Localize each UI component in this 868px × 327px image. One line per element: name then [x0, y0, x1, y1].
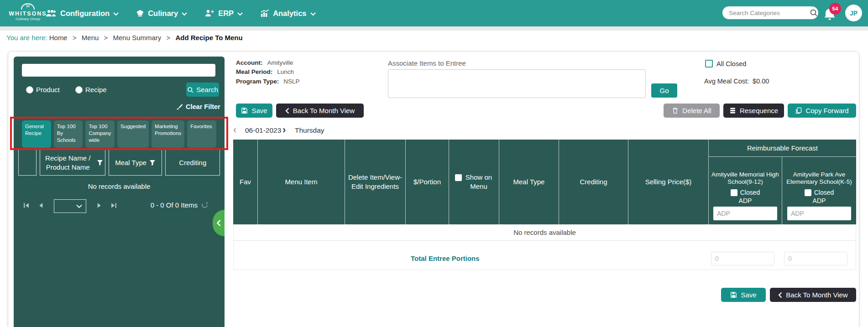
bar-chart-icon — [260, 10, 269, 17]
account-value: Amityville — [267, 59, 293, 66]
column-delete-item: Delete Item/View-Edit Ingredients — [345, 140, 406, 224]
closed-checkbox[interactable] — [805, 189, 811, 196]
save-button[interactable]: Save — [236, 104, 272, 118]
chevron-down-icon — [237, 12, 243, 16]
copy-forward-label: Copy Forward — [805, 107, 848, 114]
breadcrumb-menu-summary[interactable]: Menu Summary — [113, 34, 161, 42]
column-selling-price: Selling Price($) — [628, 140, 709, 224]
show-on-menu-checkbox[interactable] — [455, 174, 462, 181]
main-nav: Configuration Culinary ERP Analytics — [46, 0, 316, 26]
reimbursable-forecast-group: Reimbursable Forecast Amityville Memoria… — [709, 140, 856, 224]
tab-top-100-company-wide[interactable]: Top 100 Company wide — [85, 120, 115, 148]
person-star-icon — [204, 10, 214, 17]
avg-meal-cost-label: Avg Meal Cost: — [704, 78, 749, 85]
chevron-left-icon — [285, 108, 289, 114]
floppy-icon — [730, 291, 737, 298]
next-page-button[interactable] — [96, 202, 103, 209]
column-crediting: Crediting — [559, 140, 628, 224]
search-button-label: Search — [196, 86, 218, 93]
menu-empty-text: No records available — [234, 224, 856, 241]
delete-all-button[interactable]: Delete All — [664, 104, 720, 118]
page-size-select[interactable] — [54, 199, 86, 213]
associate-items-label: Associate Items to Entree — [388, 59, 466, 67]
chevron-down-icon — [182, 12, 187, 16]
chevron-left-icon — [778, 292, 782, 298]
brand-tagline: Culinary Group — [8, 17, 47, 21]
adp-label: ADP — [813, 197, 826, 204]
save-button-label: Save — [741, 291, 756, 299]
brand-logo[interactable]: W WHITSONS Culinary Group — [8, 1, 47, 25]
recipe-search-input[interactable] — [22, 64, 215, 77]
nav-label: ERP — [218, 9, 234, 18]
breadcrumb-separator: > — [73, 34, 77, 42]
results-empty-text: No records available — [14, 182, 225, 190]
svg-text:W: W — [26, 4, 30, 8]
breadcrumb-home[interactable]: Home — [49, 34, 68, 42]
reimbursable-forecast-title: Reimbursable Forecast — [709, 140, 856, 157]
refresh-icon[interactable] — [201, 201, 209, 211]
save-button-footer[interactable]: Save — [721, 288, 766, 302]
total-portions-input-memorial-high[interactable] — [711, 252, 774, 265]
closed-checkbox[interactable] — [731, 189, 737, 196]
all-closed-checkbox[interactable] — [705, 60, 713, 67]
avatar[interactable]: JP — [845, 5, 862, 21]
chevron-down-icon — [76, 204, 82, 208]
breadcrumb-current: Add Recipe To Menu — [175, 34, 242, 42]
nav-label: Configuration — [60, 9, 110, 18]
tab-marketing-promotions[interactable]: Marketing Promotions — [152, 120, 184, 148]
nav-label: Culinary — [148, 9, 178, 18]
nav-analytics[interactable]: Analytics — [260, 9, 315, 18]
tab-suggested[interactable]: Suggested — [117, 120, 149, 148]
product-radio-label: Product — [36, 86, 60, 93]
tab-favorites[interactable]: Favorites — [187, 120, 216, 148]
clear-filter-button[interactable]: Clear Filter — [176, 103, 220, 110]
tab-general-recipe[interactable]: General Recipe — [22, 120, 51, 148]
people-icon — [46, 10, 57, 17]
total-portions-input-park-ave-elementary[interactable] — [784, 252, 847, 265]
nav-culinary[interactable]: Culinary — [136, 9, 187, 18]
clear-filter-label: Clear Filter — [186, 103, 220, 110]
search-icon — [187, 87, 193, 93]
prev-page-button[interactable] — [37, 202, 44, 209]
nav-configuration[interactable]: Configuration — [46, 9, 119, 18]
copy-forward-button[interactable]: Copy Forward — [788, 104, 856, 118]
school-column-park-ave-elementary: Amityville Park Ave Elementary School(K-… — [782, 157, 856, 224]
column-crediting: Crediting — [165, 150, 220, 176]
nav-erp[interactable]: ERP — [204, 9, 243, 18]
last-page-button[interactable] — [110, 202, 117, 209]
show-on-menu-label: Show on Menu — [465, 173, 493, 192]
resequence-label: Resequence — [740, 107, 778, 114]
adp-input-park-ave-elementary[interactable] — [787, 207, 851, 220]
funnel-icon[interactable] — [149, 160, 156, 166]
go-button[interactable]: Go — [651, 83, 677, 98]
search-categories-input[interactable] — [729, 10, 810, 16]
delete-all-label: Delete All — [682, 107, 711, 114]
pagination-items-text: 0 - 0 Of 0 Items — [138, 201, 198, 209]
associate-items-input[interactable] — [388, 69, 646, 98]
product-radio[interactable] — [26, 86, 33, 93]
avg-meal-cost: Avg Meal Cost:$0.00 — [704, 78, 769, 85]
tab-top-100-by-schools[interactable]: Top 100 By Schools — [54, 120, 83, 148]
meal-period-value: Lunch — [277, 68, 294, 75]
prev-day-button[interactable]: ‹ — [233, 125, 236, 135]
floppy-icon — [241, 107, 248, 114]
chef-hat-icon — [136, 10, 144, 17]
search-button[interactable]: Search — [186, 83, 219, 97]
column-fav: Fav — [233, 140, 258, 224]
column-meal-type: Meal Type — [499, 140, 559, 224]
closed-label: Closed — [814, 189, 834, 196]
program-type-value: NSLP — [283, 78, 299, 85]
brand-name: WHITSONS — [8, 10, 47, 17]
first-page-button[interactable] — [23, 202, 30, 209]
breadcrumb-menu[interactable]: Menu — [82, 34, 99, 42]
school-name: Amityville Park Ave Elementary School(K-… — [785, 171, 853, 186]
adp-input-memorial-high[interactable] — [713, 207, 777, 220]
next-day-button[interactable]: › — [282, 125, 286, 135]
recipe-radio[interactable] — [75, 86, 83, 93]
trash-icon — [672, 107, 679, 114]
back-to-month-view-button[interactable]: Back To Month View — [276, 104, 364, 118]
back-to-month-view-button-footer[interactable]: Back To Month View — [770, 288, 856, 302]
resequence-button[interactable]: Resequence — [723, 104, 784, 118]
funnel-icon[interactable] — [97, 160, 103, 166]
search-icon[interactable] — [810, 9, 818, 17]
